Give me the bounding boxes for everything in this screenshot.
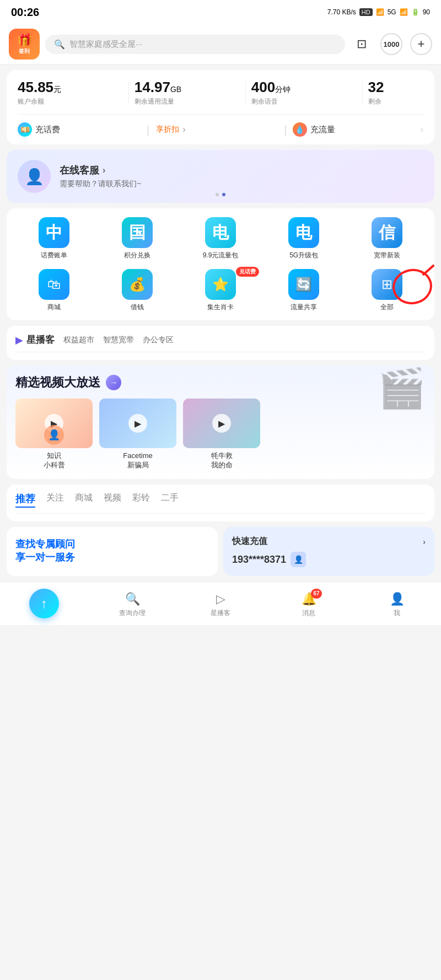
fab-scroll-top[interactable]: ↑ bbox=[22, 589, 66, 621]
voice-label: 剩余语音 bbox=[251, 97, 351, 106]
stat-divider-2 bbox=[245, 82, 246, 104]
bottom-cards: 查找专属顾问享一对一服务 快速充值 › 193****8371 👤 bbox=[7, 527, 434, 576]
tab-secondhand[interactable]: 二手 bbox=[161, 492, 179, 508]
mall-label: 商城 bbox=[47, 303, 61, 312]
banner-subtitle: 需要帮助？请联系我们~ bbox=[60, 179, 423, 189]
data-recharge-label: 充流量 bbox=[310, 125, 335, 135]
recharge-header: 快速充值 › bbox=[232, 536, 426, 547]
tabs-section: ▶ 星播客 权益超市 智慧宽带 办公专区 bbox=[7, 326, 434, 360]
data-label: 剩余通用流量 bbox=[135, 97, 234, 106]
scan-icon: ⊡ bbox=[357, 37, 367, 51]
tab-ringtone[interactable]: 彩铃 bbox=[132, 492, 150, 508]
extra-stat: 32 剩余 bbox=[368, 79, 423, 106]
service-data-share[interactable]: 🔄 流量共享 bbox=[262, 269, 346, 312]
scroll-top-button[interactable]: ↑ bbox=[29, 589, 59, 618]
sign-button[interactable]: 🎁 签到 bbox=[9, 29, 40, 60]
recharge-phone: 193****8371 👤 bbox=[232, 552, 426, 567]
service-avatar: 👤 bbox=[18, 160, 51, 193]
points-label: 1000 bbox=[384, 40, 400, 49]
network-type: 5G bbox=[388, 8, 396, 16]
stat-divider-1 bbox=[128, 82, 129, 104]
video-card-3[interactable]: ▶ 牦牛救我的命 bbox=[183, 399, 260, 470]
5g-label: 5G升级包 bbox=[289, 251, 318, 260]
mall-icon: 🛍 bbox=[39, 269, 69, 300]
phone-icon: 👤 bbox=[291, 552, 306, 567]
message-badge: 67 bbox=[311, 589, 321, 599]
phone-bill-label: 话费账单 bbox=[41, 251, 67, 260]
service-all[interactable]: ⊞ 全部 bbox=[346, 269, 429, 312]
voice-value: 400分钟 bbox=[251, 79, 351, 96]
scroll-top-icon: ↑ bbox=[41, 596, 47, 611]
all-label: 全部 bbox=[380, 303, 394, 312]
recharge-arrow-icon: › bbox=[423, 537, 426, 546]
search-icon: 🔍 bbox=[54, 39, 65, 50]
scan-pay-button[interactable]: ⊡ bbox=[351, 33, 373, 55]
star-icon: ▷ bbox=[216, 592, 225, 606]
extra-value: 32 bbox=[368, 79, 418, 96]
gift-icon: 🎁 bbox=[17, 33, 32, 47]
video-more-button[interactable]: → bbox=[106, 375, 121, 390]
account-actions: 💴 充话费 | 享折扣 › | 💧 充流量 › bbox=[18, 115, 423, 144]
query-label: 查询办理 bbox=[119, 609, 146, 618]
add-button[interactable]: + bbox=[410, 33, 432, 55]
tab-rights[interactable]: 权益超市 bbox=[63, 334, 94, 346]
video-section: 精选视频大放送 → 🎬 ▶ 👤 知识小科普 ▶ Facetime新骗局 ▶ bbox=[7, 365, 434, 479]
consultant-title: 查找专属顾问享一对一服务 bbox=[15, 538, 209, 564]
service-5g[interactable]: 电 5G升级包 bbox=[262, 217, 346, 260]
tab-follow[interactable]: 关注 bbox=[46, 492, 64, 508]
video-thumb-1: ▶ 👤 bbox=[15, 399, 93, 448]
tabs-header: ▶ 星播客 权益超市 智慧宽带 办公专区 bbox=[15, 333, 426, 352]
tab-me[interactable]: 👤 我 bbox=[375, 592, 419, 618]
discount-button[interactable]: 享折扣 › bbox=[155, 122, 278, 137]
recharge-label: 充话费 bbox=[35, 125, 60, 135]
tab-office[interactable]: 办公专区 bbox=[143, 334, 174, 346]
video-card-2[interactable]: ▶ Facetime新骗局 bbox=[99, 399, 176, 470]
zodiac-label: 集生肖卡 bbox=[207, 303, 234, 312]
service-loan[interactable]: 💰 借钱 bbox=[95, 269, 179, 312]
services-section: 中 话费账单 国 积分兑换 电 9.9元流量包 电 5G升级包 信 宽带新装 🛍… bbox=[7, 208, 434, 320]
points-button[interactable]: 1000 bbox=[380, 33, 402, 55]
zodiac-icon: ⭐ bbox=[205, 269, 236, 300]
tab-recommend[interactable]: 推荐 bbox=[15, 492, 35, 508]
broadband-icon: 信 bbox=[372, 217, 402, 248]
video-thumb-2: ▶ bbox=[99, 399, 176, 448]
recommend-section: 推荐 关注 商城 视频 彩铃 二手 bbox=[7, 484, 434, 521]
service-data-pack[interactable]: 电 9.9元流量包 bbox=[179, 217, 262, 260]
customer-service-banner[interactable]: 👤 在线客服 › 需要帮助？请联系我们~ bbox=[7, 150, 434, 203]
video-header: 精选视频大放送 → 🎬 bbox=[15, 374, 426, 391]
points-label-svc: 积分兑换 bbox=[124, 251, 150, 260]
service-mall[interactable]: 🛍 商城 bbox=[12, 269, 95, 312]
action-divider: | bbox=[147, 123, 149, 136]
header: 🎁 签到 🔍 智慧家庭感受全屋··· ⊡ 1000 + bbox=[0, 24, 441, 64]
tab-broadband[interactable]: 智慧宽带 bbox=[103, 334, 134, 346]
recharge-phone-button[interactable]: 💴 充话费 bbox=[18, 120, 141, 139]
tab-mall-rec[interactable]: 商城 bbox=[75, 492, 93, 508]
recharge-data-button[interactable]: 💧 充流量 bbox=[293, 120, 416, 139]
me-icon: 👤 bbox=[390, 592, 405, 606]
points-icon: 国 bbox=[122, 217, 153, 248]
status-time: 00:26 bbox=[11, 6, 39, 19]
tab-query[interactable]: 🔍 查询办理 bbox=[110, 592, 154, 618]
message-icon: 🔔 67 bbox=[302, 592, 316, 606]
tab-messages[interactable]: 🔔 67 消息 bbox=[287, 592, 331, 618]
service-points[interactable]: 国 积分兑换 bbox=[95, 217, 179, 260]
service-phone-bill[interactable]: 中 话费账单 bbox=[12, 217, 95, 260]
tab-video-rec[interactable]: 视频 bbox=[104, 492, 121, 508]
data-pack-icon: 电 bbox=[205, 217, 236, 248]
discount-arrow-icon: › bbox=[182, 125, 185, 134]
extra-label: 剩余 bbox=[368, 97, 418, 106]
video-label-2: Facetime新骗局 bbox=[99, 451, 176, 470]
service-zodiac[interactable]: ⭐ 兑话费 集生肖卡 bbox=[179, 269, 262, 312]
banner-content: 在线客服 › 需要帮助？请联系我们~ bbox=[60, 164, 423, 189]
service-broadband[interactable]: 信 宽带新装 bbox=[346, 217, 429, 260]
data-pack-label: 9.9元流量包 bbox=[203, 251, 239, 260]
arrow-icon: → bbox=[110, 378, 117, 387]
search-placeholder: 智慧家庭感受全屋··· bbox=[69, 39, 143, 50]
video-card-1[interactable]: ▶ 👤 知识小科普 bbox=[15, 399, 93, 470]
tab-star-broadcaster[interactable]: ▷ 星播客 bbox=[198, 592, 243, 618]
search-bar[interactable]: 🔍 智慧家庭感受全屋··· bbox=[45, 35, 345, 54]
quick-recharge-card[interactable]: 快速充值 › 193****8371 👤 bbox=[223, 527, 434, 576]
consultant-card[interactable]: 查找专属顾问享一对一服务 bbox=[7, 527, 218, 576]
balance-label: 账户余额 bbox=[18, 97, 117, 106]
broadband-label: 宽带新装 bbox=[374, 251, 400, 260]
